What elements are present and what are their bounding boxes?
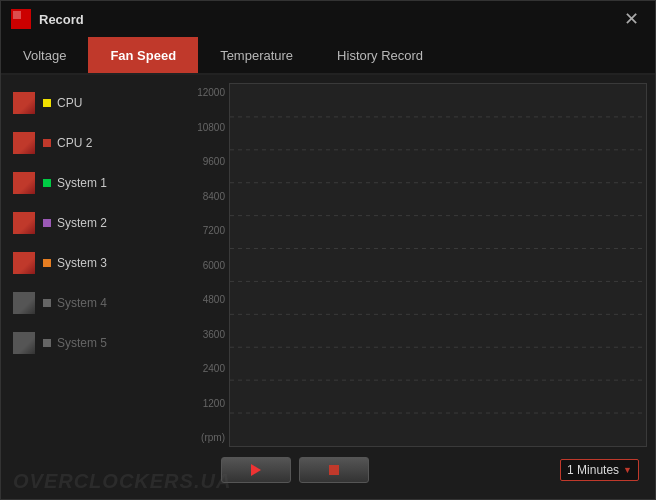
controls-bar: 1 Minutes ▼ (191, 447, 647, 491)
y-label: 9600 (191, 156, 225, 167)
close-button[interactable]: ✕ (617, 5, 645, 33)
list-item[interactable]: CPU 2 (1, 123, 191, 163)
window-title: Record (39, 12, 617, 27)
sensor-list: CPU CPU 2 System 1 System 2 System 3 (1, 75, 191, 499)
play-button[interactable] (221, 457, 291, 483)
color-indicator-system3 (43, 259, 51, 267)
sensor-icon-system1 (13, 172, 35, 194)
y-label: 3600 (191, 329, 225, 340)
y-label: 6000 (191, 260, 225, 271)
chart-area: 12000 10800 9600 8400 7200 6000 4800 360… (191, 75, 655, 499)
record-window: Record ✕ Voltage Fan Speed Temperature H… (0, 0, 656, 500)
sensor-label-cpu2: CPU 2 (57, 136, 92, 150)
y-label: 7200 (191, 225, 225, 236)
sensor-icon-cpu (13, 92, 35, 114)
sensor-icon-system3 (13, 252, 35, 274)
list-item[interactable]: System 3 (1, 243, 191, 283)
y-label: 4800 (191, 294, 225, 305)
app-icon (11, 9, 31, 29)
tab-voltage[interactable]: Voltage (1, 37, 88, 73)
time-dropdown[interactable]: 1 Minutes ▼ (560, 459, 639, 481)
sensor-icon-cpu2 (13, 132, 35, 154)
chart-grid (229, 83, 647, 447)
tab-fan-speed[interactable]: Fan Speed (88, 37, 198, 73)
chart-container: 12000 10800 9600 8400 7200 6000 4800 360… (191, 83, 647, 447)
tab-temperature[interactable]: Temperature (198, 37, 315, 73)
sensor-label-system5: System 5 (57, 336, 107, 350)
list-item[interactable]: CPU (1, 83, 191, 123)
list-item[interactable]: System 1 (1, 163, 191, 203)
title-bar: Record ✕ (1, 1, 655, 37)
y-label: 12000 (191, 87, 225, 98)
grid-svg (230, 84, 646, 446)
play-icon (251, 464, 261, 476)
chevron-down-icon: ▼ (623, 465, 632, 475)
sensor-label-system3: System 3 (57, 256, 107, 270)
y-axis: 12000 10800 9600 8400 7200 6000 4800 360… (191, 83, 229, 447)
color-indicator-system5 (43, 339, 51, 347)
list-item[interactable]: System 4 (1, 283, 191, 323)
stop-icon (329, 465, 339, 475)
list-item[interactable]: System 2 (1, 203, 191, 243)
sensor-label-system1: System 1 (57, 176, 107, 190)
color-indicator-cpu2 (43, 139, 51, 147)
sensor-icon-system4 (13, 292, 35, 314)
list-item[interactable]: System 5 (1, 323, 191, 363)
sensor-label-cpu: CPU (57, 96, 82, 110)
tab-bar: Voltage Fan Speed Temperature History Re… (1, 37, 655, 75)
color-indicator-system4 (43, 299, 51, 307)
color-indicator-cpu (43, 99, 51, 107)
y-label: 2400 (191, 363, 225, 374)
y-label: 8400 (191, 191, 225, 202)
color-indicator-system1 (43, 179, 51, 187)
sensor-icon-system5 (13, 332, 35, 354)
tab-history-record[interactable]: History Record (315, 37, 445, 73)
y-label-rpm: (rpm) (191, 432, 225, 443)
time-value: 1 Minutes (567, 463, 619, 477)
sensor-label-system2: System 2 (57, 216, 107, 230)
sensor-icon-system2 (13, 212, 35, 234)
color-indicator-system2 (43, 219, 51, 227)
y-label: 1200 (191, 398, 225, 409)
main-content: CPU CPU 2 System 1 System 2 System 3 (1, 75, 655, 499)
stop-button[interactable] (299, 457, 369, 483)
sensor-label-system4: System 4 (57, 296, 107, 310)
y-label: 10800 (191, 122, 225, 133)
